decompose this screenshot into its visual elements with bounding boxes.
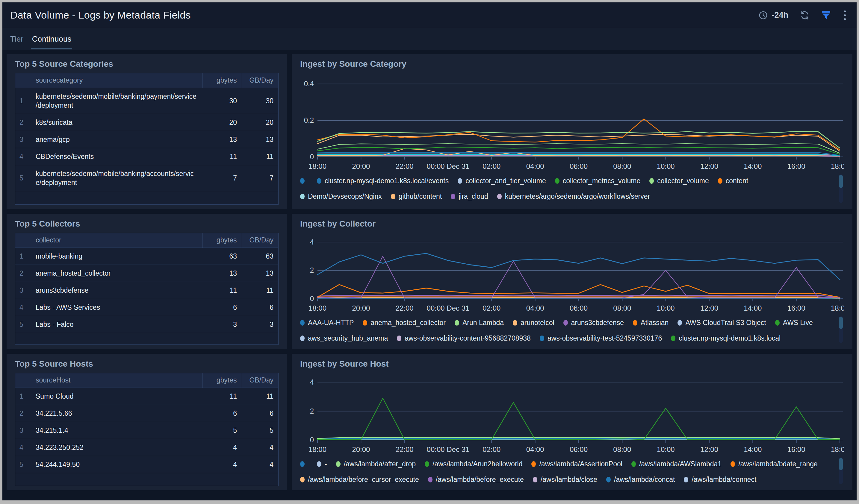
- legend-item[interactable]: Atlassian: [633, 315, 668, 330]
- legend-item[interactable]: kubernetes/argo/sedemo/argo/workflows/wo…: [300, 204, 491, 205]
- legend-item[interactable]: /aws/lambda/Arun2helloworld: [425, 456, 522, 472]
- row-value: 11: [242, 148, 278, 165]
- legend-scrollbar[interactable]: [839, 316, 843, 343]
- table-row[interactable]: 334.215.1.455: [15, 422, 278, 439]
- table-row[interactable]: 434.223.250.25244: [15, 439, 278, 456]
- source-host-chart[interactable]: 18:0020:0022:0000:00 Dec 3102:0004:0006:…: [300, 373, 844, 455]
- legend-item[interactable]: collector_and_tier_volume: [458, 173, 546, 189]
- legend-scrollbar-thumb[interactable]: [839, 175, 843, 188]
- column-header[interactable]: [15, 73, 31, 88]
- legend-item[interactable]: arunotelcol: [513, 315, 554, 330]
- legend-item[interactable]: cluster.np-mysql-demo1.k8s.local/events: [317, 173, 449, 189]
- table-row[interactable]: 1mobile-banking6363: [15, 248, 278, 265]
- column-header[interactable]: [15, 373, 31, 388]
- column-header[interactable]: [15, 233, 31, 248]
- legend-scrollbar[interactable]: [839, 457, 843, 484]
- panel-title: Top 5 Source Categories: [15, 59, 278, 69]
- legend-item[interactable]: AAA-UA-HTTP: [300, 315, 354, 330]
- column-header[interactable]: GB/Day: [242, 233, 278, 248]
- header-actions: -24h: [758, 9, 848, 21]
- refresh-button[interactable]: [800, 10, 810, 20]
- legend-item[interactable]: collector_volume: [649, 173, 709, 189]
- column-header[interactable]: sourceHost: [31, 373, 202, 388]
- legend-label: /aws/lambda/concat: [614, 476, 675, 484]
- table-row[interactable]: 234.221.5.6666: [15, 405, 278, 422]
- legend-color-dot: [451, 194, 455, 199]
- panel-title: Top 5 Collectors: [15, 219, 278, 229]
- legend-label: /aws/lambda/before_execute: [436, 476, 524, 484]
- legend-item[interactable]: /aws/lambda/bdate_range: [730, 456, 818, 472]
- column-header[interactable]: gbytes: [202, 373, 242, 388]
- legend-item[interactable]: /aws/lambda/AssertionPool: [531, 456, 622, 472]
- table-row[interactable]: 5Labs - Falco33: [15, 316, 278, 333]
- column-header[interactable]: gbytes: [202, 233, 242, 248]
- legend-item[interactable]: [300, 173, 308, 189]
- more-options-button[interactable]: [842, 9, 848, 21]
- table-row[interactable]: 4CBDefense/Events1111: [15, 148, 278, 165]
- table-row[interactable]: 2anema_hosted_collector1313: [15, 265, 278, 282]
- legend-scrollbar[interactable]: [839, 174, 843, 203]
- time-range-control[interactable]: -24h: [758, 11, 788, 20]
- column-header[interactable]: collector: [31, 233, 202, 248]
- column-header[interactable]: GB/Day: [242, 373, 278, 388]
- legend-item[interactable]: aws-observability-test-524597330176: [540, 330, 662, 345]
- legend-item[interactable]: /aws/lambda/after_drop: [336, 456, 416, 472]
- legend-item[interactable]: /aws/lambda/before_execute: [428, 472, 524, 486]
- legend-item[interactable]: /aws/lambda/concat: [606, 472, 675, 486]
- legend-item[interactable]: content: [718, 173, 748, 189]
- row-name: 34.221.5.66: [31, 405, 202, 422]
- legend-item[interactable]: Arun Lambda: [455, 315, 504, 330]
- legend-color-dot: [633, 320, 637, 326]
- legend-scrollbar-thumb[interactable]: [839, 458, 843, 470]
- row-value: 4: [242, 439, 278, 456]
- legend-color-dot: [513, 320, 517, 326]
- legend-item[interactable]: jira_cloud: [451, 189, 488, 204]
- legend-item[interactable]: AWS CloudTrail S3 Object: [678, 315, 766, 330]
- legend-item[interactable]: github/content: [391, 189, 442, 204]
- legend-item[interactable]: aruns3cbdefense: [563, 315, 624, 330]
- table-empty-area: [15, 333, 278, 345]
- legend-scrollbar-thumb[interactable]: [839, 317, 843, 329]
- legend-item[interactable]: aws_security_hub_anema: [300, 330, 388, 345]
- row-name: 34.215.1.4: [31, 422, 202, 439]
- table-row[interactable]: 4Labs - AWS Services66: [15, 299, 278, 316]
- table-row[interactable]: 1Sumo Cloud1111: [15, 388, 278, 405]
- table-row[interactable]: 5kubernetes/sedemo/mobile/banking/accoun…: [15, 165, 278, 191]
- collector-chart[interactable]: 18:0020:0022:0000:00 Dec 3102:0004:0006:…: [300, 233, 844, 314]
- legend-item[interactable]: /aws/lambda/close: [533, 472, 597, 486]
- legend-color-dot: [563, 320, 568, 326]
- filter-button[interactable]: [821, 11, 831, 20]
- table-row[interactable]: 2k8s/suricata2020: [15, 114, 278, 131]
- legend-item[interactable]: /aws/lambda/AWSlambda1: [631, 456, 722, 472]
- legend-item[interactable]: kubernetes/argo/sedemo/argo/workflows/se…: [497, 189, 650, 204]
- column-header[interactable]: GB/Day: [242, 73, 278, 88]
- legend-item[interactable]: /aws/lambda/connect: [684, 472, 756, 486]
- tab-continuous[interactable]: Continuous: [31, 34, 73, 49]
- table-row[interactable]: 3aruns3cbdefense1111: [15, 282, 278, 299]
- tab-tier[interactable]: Tier: [10, 34, 24, 44]
- svg-text:02:00: 02:00: [483, 162, 500, 170]
- legend-label: github/content: [398, 192, 442, 201]
- legend-item[interactable]: /aws/lambda/before_cursor_execute: [300, 472, 419, 486]
- legend-item[interactable]: Demo/Devsecops/Nginx: [300, 189, 382, 204]
- legend-item[interactable]: anema_hosted_collector: [363, 315, 446, 330]
- column-header[interactable]: sourcecategory: [31, 73, 202, 88]
- table-row[interactable]: 3anema/gcp1313: [15, 131, 278, 148]
- table-row[interactable]: 1kubernetes/sedemo/mobile/banking/paymen…: [15, 88, 278, 114]
- legend-item[interactable]: aws-observability-content-956882708938: [397, 330, 531, 345]
- legend-item[interactable]: collector_metrics_volume: [555, 173, 641, 189]
- column-header[interactable]: gbytes: [202, 73, 242, 88]
- svg-text:02:00: 02:00: [483, 445, 500, 453]
- svg-text:20:00: 20:00: [352, 445, 370, 453]
- row-value: 6: [202, 405, 242, 422]
- svg-text:00:00 Dec 31: 00:00 Dec 31: [427, 304, 470, 312]
- table-row[interactable]: 554.244.149.5044: [15, 456, 278, 473]
- legend-item[interactable]: AWS Live: [775, 315, 813, 330]
- legend-item[interactable]: kubernetes/sedemo/mobile/banking/account…: [500, 204, 707, 205]
- refresh-icon: [800, 10, 810, 20]
- legend-item[interactable]: cluster.np-mysql-demo1.k8s.local: [671, 330, 781, 345]
- panel-top5-collectors: Top 5 Collectors collectorgbytesGB/Day1m…: [6, 214, 287, 349]
- legend-item[interactable]: [300, 456, 308, 472]
- source-category-chart[interactable]: 18:0020:0022:0000:00 Dec 3102:0004:0006:…: [300, 73, 844, 172]
- legend-item[interactable]: -: [317, 456, 327, 472]
